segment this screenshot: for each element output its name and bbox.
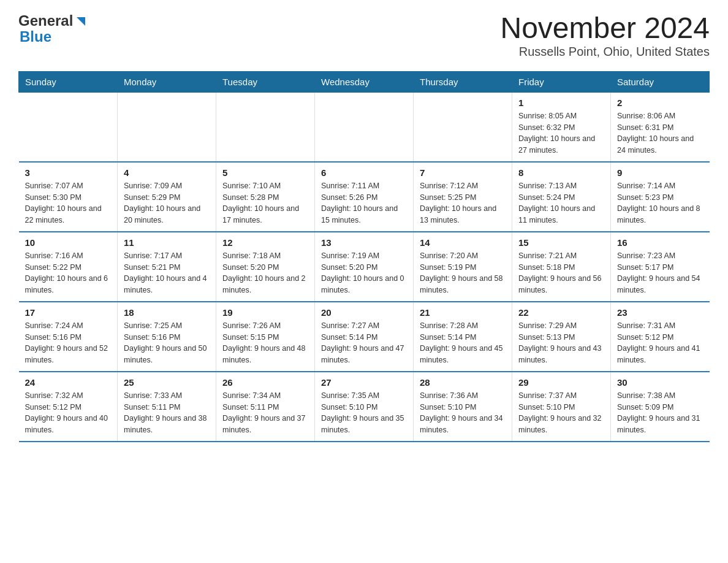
day-info: Sunrise: 7:32 AMSunset: 5:12 PMDaylight:… [25, 390, 112, 436]
day-info: Sunrise: 7:20 AMSunset: 5:19 PMDaylight:… [420, 250, 506, 296]
day-number: 22 [518, 307, 604, 318]
day-info: Sunrise: 7:31 AMSunset: 5:12 PMDaylight:… [617, 320, 703, 366]
day-info: Sunrise: 7:36 AMSunset: 5:10 PMDaylight:… [420, 390, 506, 436]
header-saturday: Saturday [611, 71, 710, 92]
day-number: 15 [518, 237, 604, 248]
day-info: Sunrise: 7:28 AMSunset: 5:14 PMDaylight:… [420, 320, 506, 366]
day-info: Sunrise: 7:33 AMSunset: 5:11 PMDaylight:… [124, 390, 210, 436]
day-info: Sunrise: 7:29 AMSunset: 5:13 PMDaylight:… [518, 320, 604, 366]
table-row: 1Sunrise: 8:05 AMSunset: 6:32 PMDaylight… [512, 92, 611, 162]
day-info: Sunrise: 7:12 AMSunset: 5:25 PMDaylight:… [420, 180, 506, 226]
calendar-week-row: 3Sunrise: 7:07 AMSunset: 5:30 PMDaylight… [19, 162, 710, 232]
day-info: Sunrise: 7:16 AMSunset: 5:22 PMDaylight:… [25, 250, 112, 296]
day-number: 14 [420, 237, 506, 248]
table-row [19, 92, 118, 162]
day-number: 24 [25, 377, 112, 388]
day-number: 10 [25, 237, 112, 248]
day-number: 2 [617, 98, 703, 108]
day-info: Sunrise: 7:26 AMSunset: 5:15 PMDaylight:… [222, 320, 308, 366]
table-row: 11Sunrise: 7:17 AMSunset: 5:21 PMDayligh… [118, 232, 216, 302]
table-row [216, 92, 315, 162]
day-number: 25 [124, 377, 210, 388]
table-row: 29Sunrise: 7:37 AMSunset: 5:10 PMDayligh… [512, 372, 611, 442]
table-row: 22Sunrise: 7:29 AMSunset: 5:13 PMDayligh… [512, 302, 611, 372]
day-number: 6 [321, 167, 407, 178]
day-number: 13 [321, 237, 407, 248]
header-tuesday: Tuesday [216, 71, 315, 92]
day-number: 20 [321, 307, 407, 318]
day-info: Sunrise: 7:24 AMSunset: 5:16 PMDaylight:… [25, 320, 112, 366]
day-info: Sunrise: 7:13 AMSunset: 5:24 PMDaylight:… [518, 180, 604, 226]
day-number: 18 [124, 307, 210, 318]
day-info: Sunrise: 7:23 AMSunset: 5:17 PMDaylight:… [617, 250, 703, 296]
day-info: Sunrise: 7:35 AMSunset: 5:10 PMDaylight:… [321, 390, 407, 436]
table-row: 25Sunrise: 7:33 AMSunset: 5:11 PMDayligh… [118, 372, 216, 442]
table-row: 3Sunrise: 7:07 AMSunset: 5:30 PMDaylight… [19, 162, 118, 232]
day-info: Sunrise: 7:25 AMSunset: 5:16 PMDaylight:… [124, 320, 210, 366]
header-friday: Friday [512, 71, 611, 92]
day-number: 30 [617, 377, 703, 388]
table-row: 4Sunrise: 7:09 AMSunset: 5:29 PMDaylight… [118, 162, 216, 232]
header-sunday: Sunday [19, 71, 118, 92]
day-info: Sunrise: 7:18 AMSunset: 5:20 PMDaylight:… [222, 250, 308, 296]
page-header: General Blue November 2024 Russells Poin… [18, 12, 710, 59]
day-number: 4 [124, 167, 210, 178]
day-number: 19 [222, 307, 308, 318]
logo-triangle-icon [74, 15, 88, 28]
day-info: Sunrise: 7:09 AMSunset: 5:29 PMDaylight:… [124, 180, 210, 226]
table-row [414, 92, 512, 162]
day-info: Sunrise: 7:27 AMSunset: 5:14 PMDaylight:… [321, 320, 407, 366]
table-row: 9Sunrise: 7:14 AMSunset: 5:23 PMDaylight… [611, 162, 710, 232]
day-number: 28 [420, 377, 506, 388]
day-number: 8 [518, 167, 604, 178]
header-wednesday: Wednesday [315, 71, 414, 92]
day-number: 27 [321, 377, 407, 388]
day-info: Sunrise: 7:37 AMSunset: 5:10 PMDaylight:… [518, 390, 604, 436]
day-number: 1 [518, 98, 604, 108]
calendar-title: November 2024 [500, 12, 710, 45]
table-row: 27Sunrise: 7:35 AMSunset: 5:10 PMDayligh… [315, 372, 414, 442]
table-row: 13Sunrise: 7:19 AMSunset: 5:20 PMDayligh… [315, 232, 414, 302]
calendar-week-row: 17Sunrise: 7:24 AMSunset: 5:16 PMDayligh… [19, 302, 710, 372]
calendar-header-row: Sunday Monday Tuesday Wednesday Thursday… [19, 71, 710, 92]
table-row: 18Sunrise: 7:25 AMSunset: 5:16 PMDayligh… [118, 302, 216, 372]
day-number: 29 [518, 377, 604, 388]
calendar-week-row: 10Sunrise: 7:16 AMSunset: 5:22 PMDayligh… [19, 232, 710, 302]
day-number: 5 [222, 167, 308, 178]
day-number: 3 [25, 167, 112, 178]
calendar-week-row: 24Sunrise: 7:32 AMSunset: 5:12 PMDayligh… [19, 372, 710, 442]
day-number: 16 [617, 237, 703, 248]
day-number: 21 [420, 307, 506, 318]
table-row: 14Sunrise: 7:20 AMSunset: 5:19 PMDayligh… [414, 232, 512, 302]
table-row: 20Sunrise: 7:27 AMSunset: 5:14 PMDayligh… [315, 302, 414, 372]
day-info: Sunrise: 7:14 AMSunset: 5:23 PMDaylight:… [617, 180, 703, 226]
table-row: 26Sunrise: 7:34 AMSunset: 5:11 PMDayligh… [216, 372, 315, 442]
header-thursday: Thursday [414, 71, 512, 92]
table-row: 15Sunrise: 7:21 AMSunset: 5:18 PMDayligh… [512, 232, 611, 302]
day-number: 12 [222, 237, 308, 248]
day-info: Sunrise: 7:07 AMSunset: 5:30 PMDaylight:… [25, 180, 112, 226]
table-row [315, 92, 414, 162]
calendar-table: Sunday Monday Tuesday Wednesday Thursday… [18, 71, 710, 442]
day-info: Sunrise: 7:21 AMSunset: 5:18 PMDaylight:… [518, 250, 604, 296]
calendar-subtitle: Russells Point, Ohio, United States [500, 45, 710, 59]
day-number: 17 [25, 307, 112, 318]
title-block: November 2024 Russells Point, Ohio, Unit… [500, 12, 710, 59]
svg-marker-0 [77, 17, 85, 26]
day-number: 9 [617, 167, 703, 178]
calendar-week-row: 1Sunrise: 8:05 AMSunset: 6:32 PMDaylight… [19, 92, 710, 162]
logo-blue-text: Blue [20, 28, 51, 45]
day-info: Sunrise: 8:06 AMSunset: 6:31 PMDaylight:… [617, 110, 703, 156]
table-row: 23Sunrise: 7:31 AMSunset: 5:12 PMDayligh… [611, 302, 710, 372]
table-row: 19Sunrise: 7:26 AMSunset: 5:15 PMDayligh… [216, 302, 315, 372]
table-row: 8Sunrise: 7:13 AMSunset: 5:24 PMDaylight… [512, 162, 611, 232]
table-row: 16Sunrise: 7:23 AMSunset: 5:17 PMDayligh… [611, 232, 710, 302]
day-number: 11 [124, 237, 210, 248]
day-info: Sunrise: 7:19 AMSunset: 5:20 PMDaylight:… [321, 250, 407, 296]
table-row: 28Sunrise: 7:36 AMSunset: 5:10 PMDayligh… [414, 372, 512, 442]
day-number: 23 [617, 307, 703, 318]
logo-general-text: General [18, 12, 73, 29]
table-row [118, 92, 216, 162]
table-row: 5Sunrise: 7:10 AMSunset: 5:28 PMDaylight… [216, 162, 315, 232]
table-row: 12Sunrise: 7:18 AMSunset: 5:20 PMDayligh… [216, 232, 315, 302]
